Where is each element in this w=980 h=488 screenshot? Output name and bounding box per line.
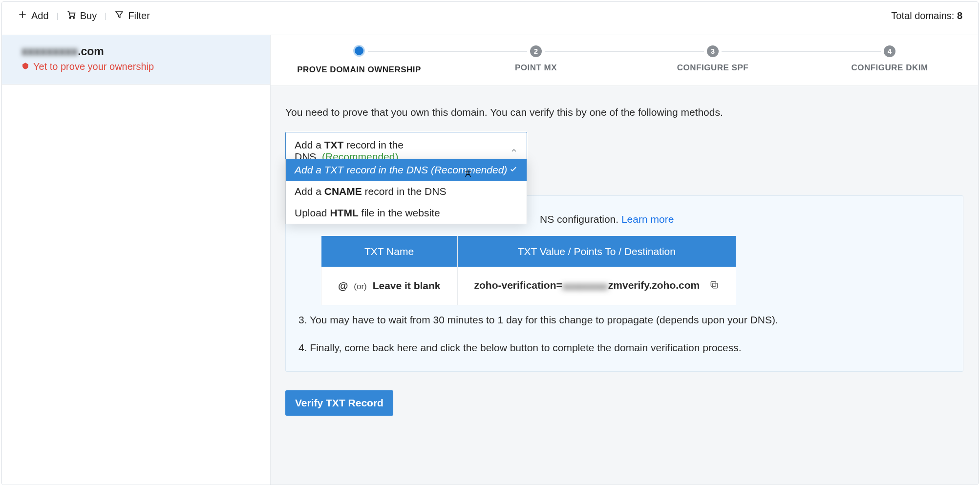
svg-rect-2	[713, 283, 718, 288]
chevron-up-icon	[510, 145, 518, 157]
step-circle: 2	[530, 45, 542, 57]
separator: |	[105, 12, 107, 21]
stepper: PROVE DOMAIN OWNERSHIP 2 POINT MX 3 CONF…	[271, 35, 978, 86]
cart-icon	[66, 10, 76, 22]
step-circle: 4	[884, 45, 895, 57]
svg-rect-3	[711, 281, 716, 286]
step-circle: 3	[707, 45, 719, 57]
th-txt-value: TXT Value / Points To / Destination	[457, 236, 736, 267]
status-label: Yet to prove your ownership	[33, 61, 154, 72]
total-count: 8	[957, 10, 962, 21]
step-label: PROVE DOMAIN OWNERSHIP	[271, 65, 447, 75]
buy-button[interactable]: Buy	[66, 10, 97, 22]
filter-label: Filter	[128, 10, 149, 21]
content: PROVE DOMAIN OWNERSHIP 2 POINT MX 3 CONF…	[271, 35, 978, 485]
learn-more-link[interactable]: Learn more	[621, 213, 674, 225]
step-prove-ownership[interactable]: PROVE DOMAIN OWNERSHIP	[271, 35, 447, 85]
copy-icon[interactable]	[709, 277, 719, 295]
txt-record-table: TXT Name TXT Value / Points To / Destina…	[321, 236, 736, 305]
line-4: 4. Finally, come back here and click the…	[298, 339, 948, 357]
svg-point-1	[73, 17, 75, 18]
dropdown-option-html[interactable]: Upload HTML file in the website	[286, 202, 527, 224]
dropdown-option-cname[interactable]: Add a CNAME record in the DNS	[286, 181, 527, 202]
line-3: 3. You may have to wait from 30 minutes …	[298, 311, 948, 329]
intro-text: You need to prove that you own this doma…	[285, 106, 963, 118]
step-label: POINT MX	[447, 63, 624, 73]
dropdown-option-txt[interactable]: Add a TXT record in the DNS (Recommended…	[286, 159, 527, 181]
domain-status: Yet to prove your ownership	[21, 61, 251, 72]
step-configure-dkim[interactable]: 4 CONFIGURE DKIM	[801, 35, 978, 85]
step-label: CONFIGURE SPF	[624, 63, 801, 73]
total-label: Total domains:	[891, 10, 957, 21]
total-domains: Total domains: 8	[891, 10, 962, 21]
dropdown-list: Add a TXT record in the DNS (Recommended…	[285, 159, 527, 224]
txt-value-cell: zoho-verification=xxxxxxxxzmverify.zoho.…	[457, 267, 736, 305]
step-point-mx[interactable]: 2 POINT MX	[447, 35, 624, 85]
domain-name: xxxxxxxxx.com	[21, 45, 251, 58]
check-icon	[509, 164, 518, 176]
top-toolbar: Add | Buy | Filter Total domains: 8	[2, 2, 978, 35]
domain-card[interactable]: xxxxxxxxx.com Yet to prove your ownershi…	[2, 35, 270, 85]
svg-point-0	[69, 17, 71, 18]
add-button[interactable]: Add	[18, 10, 49, 22]
filter-button[interactable]: Filter	[114, 10, 149, 22]
txt-name-cell: @ (or) Leave it blank	[321, 267, 458, 305]
filter-icon	[114, 10, 124, 22]
warning-icon	[21, 61, 29, 72]
th-txt-name: TXT Name	[321, 236, 458, 267]
sidebar: xxxxxxxxx.com Yet to prove your ownershi…	[2, 35, 271, 485]
step-circle	[353, 45, 365, 57]
separator: |	[57, 12, 59, 21]
buy-label: Buy	[80, 10, 97, 21]
step-configure-spf[interactable]: 3 CONFIGURE SPF	[624, 35, 801, 85]
step-label: CONFIGURE DKIM	[801, 63, 978, 73]
verify-txt-button[interactable]: Verify TXT Record	[285, 390, 393, 416]
plus-icon	[18, 10, 27, 22]
table-row: @ (or) Leave it blank zoho-verification=…	[321, 267, 736, 305]
add-label: Add	[31, 10, 49, 21]
